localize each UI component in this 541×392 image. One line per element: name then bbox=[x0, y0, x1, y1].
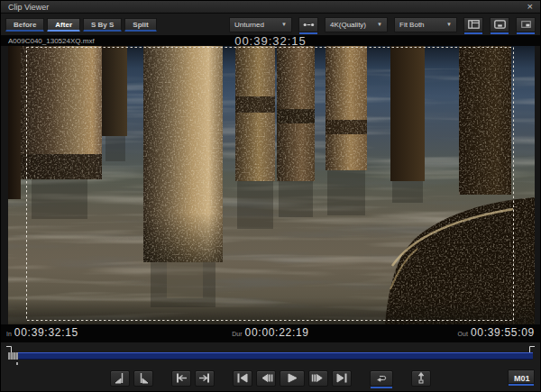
step-forward-button[interactable] bbox=[308, 370, 328, 387]
toolbar-right-group: Unturned ▼ 4K(Quality) ▼ Fit Both ▼ bbox=[229, 17, 536, 32]
dur-timecode: 00:00:22:19 bbox=[245, 326, 309, 339]
out-label: Out bbox=[458, 331, 468, 337]
timeline-range-bar[interactable] bbox=[8, 352, 533, 360]
jump-end-button[interactable] bbox=[332, 370, 352, 387]
loop-button[interactable] bbox=[370, 370, 393, 387]
play-button[interactable] bbox=[280, 370, 305, 387]
add-marker-button[interactable] bbox=[411, 370, 431, 387]
clip-name: A009C040_130524XQ.mxf bbox=[8, 37, 95, 45]
in-point: In 00:39:32:15 bbox=[6, 326, 78, 339]
layout-browser-icon[interactable] bbox=[463, 17, 483, 32]
chevron-down-icon: ▼ bbox=[377, 22, 382, 27]
quality-dropdown[interactable]: 4K(Quality) ▼ bbox=[325, 17, 388, 32]
chevron-down-icon: ▼ bbox=[281, 22, 287, 27]
clip-info-row: A009C040_130524XQ.mxf 00:39:32:15 bbox=[1, 35, 540, 46]
side-by-side-button[interactable]: S By S bbox=[83, 18, 122, 32]
transport-bar: M01 bbox=[1, 365, 540, 391]
rotation-dropdown-value: Unturned bbox=[234, 21, 264, 29]
in-timecode: 00:39:32:15 bbox=[14, 326, 78, 339]
close-icon[interactable]: × bbox=[527, 1, 533, 13]
split-button[interactable]: Split bbox=[124, 18, 156, 32]
layout-fullscreen-icon[interactable] bbox=[490, 17, 509, 32]
ab-compare-icon[interactable] bbox=[298, 17, 318, 32]
clip-viewer-window: Clip Viewer × Before After S By S Split … bbox=[0, 0, 541, 392]
rotation-dropdown[interactable]: Unturned ▼ bbox=[229, 17, 292, 32]
dur-label: Dur bbox=[232, 331, 242, 337]
out-timecode: 00:39:55:09 bbox=[471, 326, 535, 339]
goto-in-button[interactable] bbox=[171, 370, 191, 387]
playhead-block[interactable] bbox=[8, 352, 18, 360]
out-point: Out 00:39:55:09 bbox=[458, 326, 535, 339]
quality-dropdown-value: 4K(Quality) bbox=[330, 21, 366, 29]
clip-preview-image bbox=[8, 46, 535, 324]
after-button[interactable]: After bbox=[47, 18, 80, 32]
view-mode-buttons: Before After S By S Split bbox=[5, 18, 157, 32]
mark-in-button[interactable] bbox=[110, 370, 130, 387]
in-label: In bbox=[6, 331, 12, 337]
jump-start-button[interactable] bbox=[233, 370, 252, 387]
window-title: Clip Viewer bbox=[8, 3, 49, 12]
fit-dropdown[interactable]: Fit Both ▼ bbox=[394, 17, 457, 32]
before-button[interactable]: Before bbox=[5, 18, 44, 32]
chevron-down-icon: ▼ bbox=[446, 22, 452, 27]
title-bar: Clip Viewer × bbox=[1, 1, 540, 14]
timeline[interactable] bbox=[1, 342, 540, 365]
marker-m01-button[interactable]: M01 bbox=[508, 369, 535, 384]
marks-row: In 00:39:32:15 Dur 00:00:22:19 Out 00:39… bbox=[1, 324, 540, 342]
goto-out-button[interactable] bbox=[195, 370, 215, 387]
fit-dropdown-value: Fit Both bbox=[399, 21, 425, 29]
toolbar: Before After S By S Split Unturned ▼ 4K(… bbox=[1, 14, 540, 35]
step-back-button[interactable] bbox=[256, 370, 276, 387]
layout-floating-icon[interactable] bbox=[516, 17, 536, 32]
mark-out-button[interactable] bbox=[133, 370, 153, 387]
duration: Dur 00:00:22:19 bbox=[232, 326, 308, 339]
